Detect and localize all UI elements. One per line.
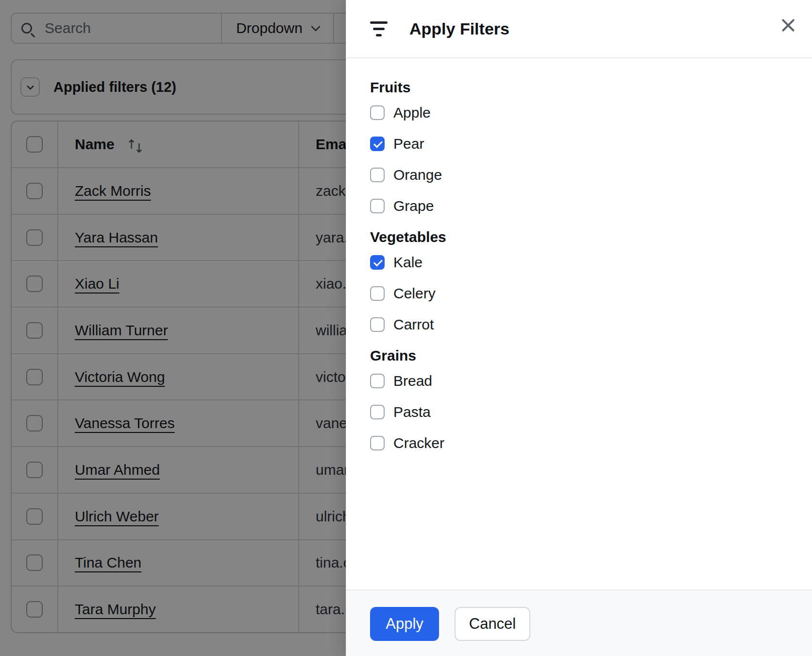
checkbox-icon[interactable] [370, 317, 385, 332]
checkbox-icon[interactable] [370, 436, 385, 450]
checkbox-icon[interactable] [370, 168, 385, 182]
filter-option-label: Celery [393, 285, 436, 302]
apply-button[interactable]: Apply [370, 607, 439, 641]
filter-lines-icon [370, 21, 388, 36]
filter-section-fruits: FruitsApplePearOrangeGrape [370, 78, 789, 216]
filter-option-grape[interactable]: Grape [370, 196, 789, 216]
filter-section-grains: GrainsBreadPastaCracker [370, 346, 789, 453]
filter-section-title: Grains [370, 346, 789, 365]
filter-option-celery[interactable]: Celery [370, 284, 789, 303]
filter-option-apple[interactable]: Apple [370, 103, 789, 122]
cancel-button[interactable]: Cancel [455, 607, 530, 641]
checkbox-checked-icon[interactable] [370, 137, 385, 151]
filter-option-label: Orange [393, 167, 442, 183]
filter-section-vegetables: VegetablesKaleCeleryCarrot [370, 227, 789, 334]
checkbox-icon[interactable] [370, 105, 385, 120]
checkbox-checked-icon[interactable] [370, 255, 385, 270]
filter-option-label: Bread [393, 373, 432, 389]
panel-title: Apply Filters [409, 19, 509, 38]
filter-section-title: Vegetables [370, 227, 789, 247]
filter-sections: FruitsApplePearOrangeGrapeVegetablesKale… [346, 58, 812, 589]
filter-option-bread[interactable]: Bread [370, 371, 789, 391]
filter-option-pasta[interactable]: Pasta [370, 402, 789, 422]
panel-footer: Apply Cancel [346, 589, 812, 656]
filter-option-label: Cracker [393, 435, 444, 451]
filter-option-label: Carrot [393, 316, 434, 333]
checkbox-icon[interactable] [370, 374, 385, 388]
filter-option-label: Pasta [393, 404, 431, 420]
filter-section-title: Fruits [370, 78, 789, 97]
checkbox-icon[interactable] [370, 199, 385, 213]
panel-header: Apply Filters [346, 0, 812, 58]
filter-option-label: Apple [393, 104, 431, 121]
filter-option-orange[interactable]: Orange [370, 165, 789, 185]
filter-option-label: Grape [393, 198, 434, 214]
filter-option-label: Kale [393, 254, 423, 271]
filter-option-kale[interactable]: Kale [370, 253, 789, 272]
checkbox-icon[interactable] [370, 286, 385, 301]
filter-option-cracker[interactable]: Cracker [370, 433, 789, 453]
filter-option-label: Pear [393, 136, 424, 152]
filter-option-pear[interactable]: Pear [370, 134, 789, 154]
filter-option-carrot[interactable]: Carrot [370, 315, 789, 334]
apply-filters-panel: Apply Filters FruitsApplePearOrangeGrape… [346, 0, 812, 656]
close-icon[interactable] [778, 16, 798, 35]
checkbox-icon[interactable] [370, 405, 385, 419]
